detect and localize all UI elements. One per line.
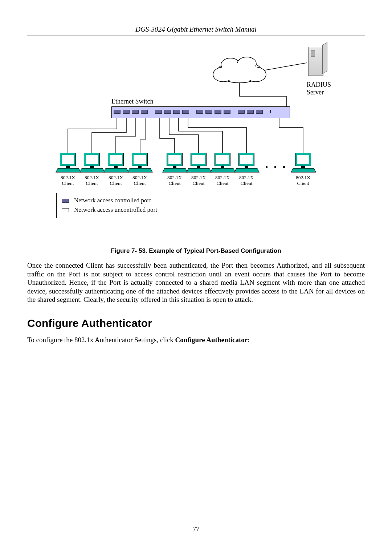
diagram-legend: Network access controlled port Network a…: [56, 193, 165, 218]
switch-port-row: [114, 110, 291, 114]
running-header: DGS-3024 Gigabit Ethernet Switch Manual: [27, 25, 365, 36]
svg-point-5: [220, 63, 260, 81]
client-pc-icon: 802.1XClient: [58, 153, 78, 186]
switch-port-controlled: [114, 110, 121, 114]
legend-uncontrolled-port: Network access uncontrolled port: [62, 206, 160, 214]
switch-port-controlled: [141, 110, 148, 114]
client-pc-icon: 802.1XClient: [130, 153, 150, 186]
cloud-icon: [213, 57, 266, 83]
legend-port-icon-uncontrolled: [62, 208, 69, 212]
figure-caption: Figure 7- 53. Example of Typical Port-Ba…: [27, 247, 365, 255]
switch-port-controlled: [215, 110, 221, 114]
manual-page: DGS-3024 Gigabit Ethernet Switch Manual: [0, 0, 392, 555]
switch-port-controlled: [238, 110, 245, 114]
svg-line-6: [265, 63, 307, 70]
client-pc-icon: 802.1XClient: [293, 153, 313, 186]
switch-port-controlled: [196, 110, 203, 114]
ellipsis-icon: • • •: [265, 163, 287, 171]
legend-controlled-port: Network access controlled port: [62, 197, 160, 204]
switch-port-controlled: [256, 110, 263, 114]
switch-port-controlled: [132, 110, 139, 114]
client-pc-icon: 802.1XClient: [212, 153, 233, 186]
client-pc-icon: 802.1XClient: [236, 153, 257, 186]
network-diagram: RADIUS Server Ethernet Switch: [27, 45, 365, 227]
configure-authenticator-link[interactable]: Configure Authenticator: [175, 336, 248, 344]
client-pc-icon: 802.1XClient: [82, 153, 102, 186]
switch-port-controlled: [164, 110, 171, 114]
body-paragraph: Once the connected Client has successful…: [27, 261, 365, 304]
switch-port-controlled: [247, 110, 254, 114]
legend-label: Network access uncontrolled port: [74, 206, 157, 214]
switch-port-uncontrolled: [265, 110, 271, 113]
instruction-suffix: :: [248, 336, 249, 344]
switch-port-controlled: [155, 110, 162, 114]
instruction-text: To configure the 802.1x Authenticator Se…: [27, 336, 175, 344]
page-number: 77: [0, 526, 392, 533]
switch-port-controlled: [224, 110, 230, 114]
section-heading: Configure Authenticator: [27, 317, 365, 329]
client-pc-icon: 802.1XClient: [106, 153, 126, 186]
switch-port-controlled: [123, 110, 130, 114]
switch-port-controlled: [173, 110, 180, 114]
legend-label: Network access controlled port: [74, 197, 151, 204]
legend-port-icon-controlled: [62, 199, 69, 203]
ethernet-switch-label: Ethernet Switch: [111, 98, 153, 105]
client-pc-icon: 802.1XClient: [188, 153, 209, 186]
switch-port-controlled: [205, 110, 212, 114]
radius-server-label: RADIUS Server: [307, 81, 331, 96]
instruction-paragraph: To configure the 802.1x Authenticator Se…: [27, 336, 365, 344]
switch-port-controlled: [182, 110, 189, 114]
client-pc-icon: 802.1XClient: [164, 153, 185, 186]
radius-server-icon: [308, 47, 328, 80]
